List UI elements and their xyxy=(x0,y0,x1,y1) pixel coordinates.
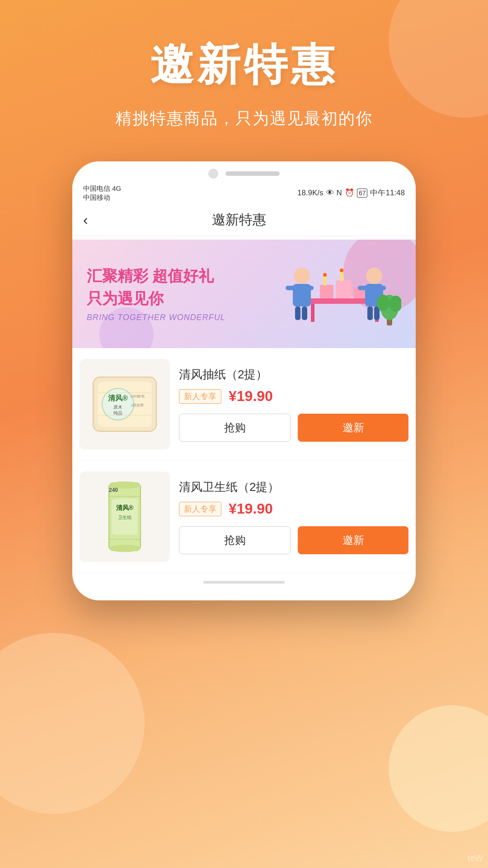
tissue-paper-svg: 清风® 原木 纯品 100抽/包 3层加厚 xyxy=(84,363,165,445)
nav-title: 邀新特惠 xyxy=(88,211,390,229)
svg-rect-6 xyxy=(324,276,326,286)
product-image-2: 清风® 卫生纸 240 xyxy=(80,472,170,562)
home-indicator xyxy=(203,581,285,584)
svg-point-24 xyxy=(377,295,389,311)
time-label: 中午11:48 xyxy=(370,188,405,198)
invite-button-2[interactable]: 邀新 xyxy=(298,526,408,554)
phone-mockup: 中国电信 4G 中国移动 18.9K/s 👁 N ⏰ 67 中午11:48 ‹ … xyxy=(72,161,416,600)
sub-title: 精挑特惠商品，只为遇见最初的你 xyxy=(27,108,461,130)
product-list: 清风® 原木 纯品 100抽/包 3层加厚 清风抽纸（2提） 新人专享 xyxy=(72,348,416,573)
svg-point-8 xyxy=(323,273,327,277)
price-2: ¥19.90 xyxy=(229,500,273,517)
product-info-2: 清风卫生纸（2提） 新人专享 ¥19.90 抢购 邀新 xyxy=(179,479,408,554)
svg-text:3层加厚: 3层加厚 xyxy=(131,403,144,407)
svg-rect-14 xyxy=(295,307,300,320)
svg-text:纯品: 纯品 xyxy=(113,410,122,415)
phone-speaker xyxy=(225,171,280,176)
phone-camera xyxy=(208,169,218,179)
svg-point-40 xyxy=(109,545,141,552)
svg-rect-12 xyxy=(286,286,295,290)
svg-rect-13 xyxy=(305,286,314,290)
btn-row-1: 抢购 邀新 xyxy=(179,414,408,442)
product-name-1: 清风抽纸（2提） xyxy=(179,367,408,382)
svg-rect-4 xyxy=(336,280,352,298)
svg-point-9 xyxy=(340,269,343,272)
svg-point-16 xyxy=(366,268,382,284)
svg-text:清风®: 清风® xyxy=(116,504,134,511)
svg-text:100抽/包: 100抽/包 xyxy=(130,394,145,398)
carrier-info: 中国电信 4G 中国移动 xyxy=(83,184,121,202)
svg-rect-1 xyxy=(311,304,314,322)
svg-rect-3 xyxy=(320,285,333,298)
signal-label: 18.9K/s xyxy=(297,189,324,198)
bg-decoration-bottom-right xyxy=(389,705,488,832)
svg-point-10 xyxy=(294,268,310,284)
svg-text:卫生纸: 卫生纸 xyxy=(118,515,131,520)
eye-icon: 👁 xyxy=(326,189,334,198)
promo-banner[interactable]: 汇聚精彩 超值好礼 只为遇见你 BRING TOGETHER WONDERFUL xyxy=(72,240,416,348)
btn-row-2: 抢购 邀新 xyxy=(179,526,408,554)
back-button[interactable]: ‹ xyxy=(83,212,88,228)
banner-line1: 汇聚精彩 超值好礼 xyxy=(87,266,275,287)
product-image-1: 清风® 原木 纯品 100抽/包 3层加厚 xyxy=(80,359,170,449)
nav-bar: ‹ 邀新特惠 xyxy=(72,204,416,236)
banner-text: 汇聚精彩 超值好礼 只为遇见你 BRING TOGETHER WONDERFUL xyxy=(87,266,275,322)
watermark: teW xyxy=(467,853,483,863)
svg-rect-19 xyxy=(377,286,386,290)
buy-button-2[interactable]: 抢购 xyxy=(179,526,291,554)
product-item: 清风® 原木 纯品 100抽/包 3层加厚 清风抽纸（2提） 新人专享 xyxy=(80,348,408,461)
banner-svg xyxy=(275,249,401,339)
buy-button-1[interactable]: 抢购 xyxy=(179,414,291,442)
header-section: 邀新特惠 精挑特惠商品，只为遇见最初的你 xyxy=(0,0,488,148)
svg-rect-15 xyxy=(302,307,307,320)
svg-text:240: 240 xyxy=(109,487,118,493)
toilet-roll-svg: 清风® 卫生纸 240 xyxy=(84,476,165,557)
product-item-2: 清风® 卫生纸 240 清风卫生纸（2提） 新人专享 ¥19.90 xyxy=(80,461,408,573)
phone-notch xyxy=(72,161,416,182)
banner-subtitle: BRING TOGETHER WONDERFUL xyxy=(87,313,275,322)
main-title: 邀新特惠 xyxy=(27,36,461,95)
svg-text:原木: 原木 xyxy=(113,405,122,410)
status-right: 18.9K/s 👁 N ⏰ 67 中午11:48 xyxy=(297,188,405,198)
phone-top: 中国电信 4G 中国移动 18.9K/s 👁 N ⏰ 67 中午11:48 ‹ … xyxy=(72,161,416,240)
new-user-badge-2: 新人专享 xyxy=(179,502,221,516)
svg-text:清风®: 清风® xyxy=(108,394,128,402)
price-row-2: 新人专享 ¥19.90 xyxy=(179,500,408,517)
banner-line2: 只为遇见你 xyxy=(87,288,275,309)
invite-button-1[interactable]: 邀新 xyxy=(298,414,408,442)
status-bar: 中国电信 4G 中国移动 18.9K/s 👁 N ⏰ 67 中午11:48 xyxy=(72,182,416,204)
phone-bottom xyxy=(72,573,416,591)
clock-icon: ⏰ xyxy=(345,188,354,198)
svg-rect-18 xyxy=(358,286,367,290)
new-user-badge-1: 新人专享 xyxy=(179,389,221,404)
bg-decoration-bottom-left xyxy=(0,633,145,814)
banner-content: 汇聚精彩 超值好礼 只为遇见你 BRING TOGETHER WONDERFUL xyxy=(72,240,416,348)
carrier2-label: 中国移动 xyxy=(83,193,121,202)
price-row-1: 新人专享 ¥19.90 xyxy=(179,388,408,405)
product-info-1: 清风抽纸（2提） 新人专享 ¥19.90 抢购 邀新 xyxy=(179,367,408,442)
price-1: ¥19.90 xyxy=(229,388,273,405)
svg-rect-20 xyxy=(367,307,373,320)
product-name-2: 清风卫生纸（2提） xyxy=(179,479,408,495)
carrier1-label: 中国电信 4G xyxy=(83,184,121,193)
battery-label: 67 xyxy=(357,189,368,198)
banner-illustration xyxy=(275,249,401,339)
nfc-icon: N xyxy=(337,189,342,198)
svg-rect-7 xyxy=(340,271,343,281)
